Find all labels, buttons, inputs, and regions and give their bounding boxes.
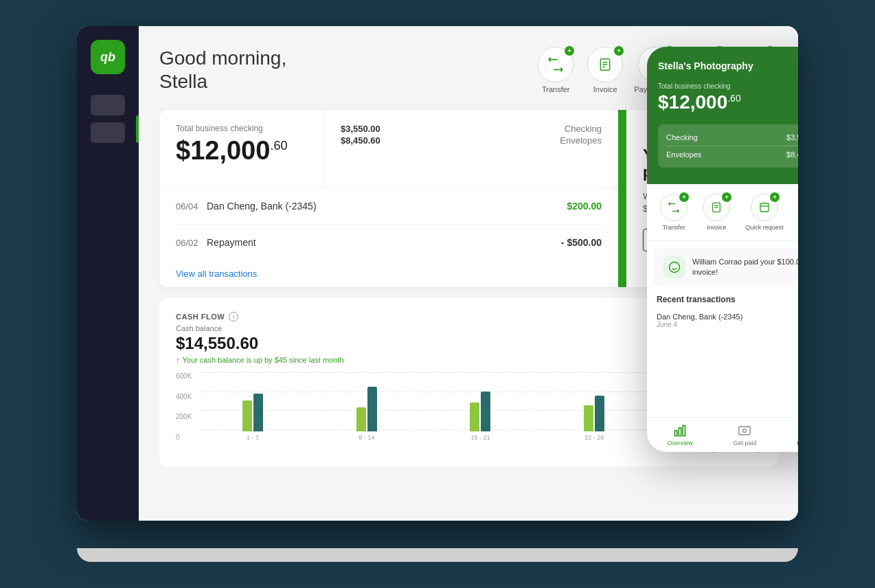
quick-action-transfer[interactable]: + Transfer (535, 47, 576, 93)
mobile-nav-overview-label: Overview (667, 440, 693, 446)
envelopes-amount: $8,450.60 (341, 135, 380, 146)
balance-breakdown: $3,550.00 Checking $8,450.60 Envelopes (341, 124, 602, 146)
mobile-envelopes-row: Envelopes $8,450.60 (666, 148, 798, 161)
mobile-nav-banking-label: Banking (797, 440, 798, 446)
svg-rect-19 (679, 428, 681, 436)
mobile-nav-overview[interactable]: Overview (667, 423, 693, 446)
mobile-envelopes-amount: $8,450.60 (786, 150, 798, 159)
transfer-plus-badge: + (565, 46, 574, 56)
mobile-balance-main: $12,000 (658, 91, 727, 113)
chart-group-1: 1 - 7 (200, 363, 306, 441)
cashflow-info-icon[interactable]: i (229, 312, 238, 321)
right-balance-section: $3,550.00 Checking $8,450.60 Envelopes (324, 110, 618, 188)
balance-main: $12,000 (176, 136, 270, 165)
envelopes-row: $8,450.60 Envelopes (341, 135, 602, 146)
mobile-action-invoice[interactable]: + Invoice (703, 194, 730, 231)
mobile-invoice-icon: + (703, 194, 730, 221)
bar-green-1 (242, 400, 252, 431)
checking-row: $3,550.00 Checking (341, 124, 602, 134)
tx-date-2: 06/02 (176, 238, 207, 248)
mobile-invoice-plus: + (722, 192, 731, 202)
chart-bars-3 (470, 363, 490, 431)
greeting: Good morning, Stella (159, 47, 286, 93)
mobile-action-transfer[interactable]: + Transfer (660, 194, 688, 231)
balance-amount: $12,000.60 (176, 136, 307, 166)
y-400k: 400K (176, 393, 200, 400)
chart-label-1: 1 - 7 (247, 434, 259, 441)
svg-rect-21 (739, 427, 751, 435)
laptop-screen: qb Good morning, Stella (77, 26, 798, 521)
chart-label-2: 8 - 14 (359, 434, 374, 441)
tx-desc-1: Dan Cheng, Bank (-2345) (207, 201, 567, 212)
checking-label: Checking (565, 124, 602, 134)
greeting-name: Stella (159, 71, 207, 92)
mobile-envelopes-label: Envelopes (666, 150, 701, 159)
mobile-notif-text: William Corrao paid your $100.00 invoice… (692, 257, 798, 278)
bar-teal-4 (595, 396, 604, 431)
cashflow-title: CASH FLOW (176, 313, 225, 321)
mobile-notif-icon (663, 256, 685, 278)
chart-group-3: 15 - 21 (428, 363, 534, 441)
mobile-tx-date-1: June 4 (657, 321, 742, 328)
list-item: Dan Cheng, Bank (-2345) June 4 $200.00 (657, 310, 798, 331)
mobile-tx-name-1: Dan Cheng, Bank (-2345) (657, 313, 742, 321)
invoice-label: Invoice (593, 85, 617, 93)
y-600k: 600K (176, 372, 200, 380)
sidebar-nav-item-2[interactable] (91, 122, 125, 143)
mobile-balance: $12,000.60 (658, 91, 798, 113)
invoice-plus-badge: + (614, 46, 624, 56)
greeting-text: Good morning, (159, 47, 286, 69)
svg-rect-20 (683, 426, 685, 436)
quick-action-invoice[interactable]: + Invoice (584, 47, 626, 93)
mobile-device: Stella's Photography Total business chec… (647, 47, 798, 452)
bar-teal-1 (253, 394, 263, 431)
bar-teal-3 (481, 392, 490, 431)
bar-green-4 (584, 405, 593, 431)
checking-amount: $3,550.00 (341, 124, 380, 134)
mobile-quick-request-label: Quick request (745, 224, 784, 231)
mobile-transfer-label: Transfer (662, 224, 685, 231)
bar-green-2 (356, 407, 366, 431)
qb-logo[interactable]: qb (91, 40, 125, 74)
balance-section: Total business checking $12,000.60 (159, 110, 324, 188)
mobile-nav-get-paid[interactable]: Get paid (733, 423, 756, 446)
mobile-transfer-icon: + (660, 194, 688, 221)
balance-cents: .60 (270, 139, 287, 152)
transactions-section: 06/04 Dan Cheng, Bank (-2345) $200.00 06… (159, 188, 618, 287)
svg-rect-12 (760, 203, 769, 212)
mobile-nav-banking[interactable]: Banking (797, 423, 798, 446)
invoice-icon-container: + (587, 47, 623, 82)
mobile-quick-request-plus: + (770, 192, 780, 202)
mobile-header: Stella's Photography Total business chec… (647, 47, 798, 184)
mobile-bottom-nav: Overview Get paid (647, 417, 798, 452)
mobile-nav-get-paid-label: Get paid (733, 440, 756, 446)
chart-group-4: 22 - 28 (541, 363, 647, 441)
mobile-balance-cents: .60 (727, 93, 740, 104)
bar-green-3 (470, 403, 479, 431)
transfer-icon-container: + (538, 47, 573, 82)
y-0: 0 (176, 433, 200, 441)
qb-logo-text: qb (100, 50, 115, 65)
svg-point-22 (743, 429, 747, 433)
mobile-business-name: Stella's Photography (658, 60, 798, 71)
laptop-frame: qb Good morning, Stella (77, 26, 798, 562)
mobile-checking-label: Checking (666, 133, 698, 142)
chart-y-axis: 600K 400K 200K 0 (176, 372, 200, 441)
sidebar-nav-item-1[interactable] (91, 95, 125, 115)
tx-desc-2: Repayment (207, 237, 561, 248)
chart-bars-4 (584, 363, 604, 431)
table-row: 06/04 Dan Cheng, Bank (-2345) $200.00 (176, 188, 602, 225)
mobile-balance-label: Total business checking (658, 82, 798, 90)
mobile-action-quick-request[interactable]: + Quick request (745, 194, 784, 231)
top-cards: Total business checking $12,000.60 $3,55… (159, 110, 618, 188)
chart-label-3: 15 - 21 (470, 434, 490, 441)
tx-date-1: 06/04 (176, 201, 207, 212)
mobile-screen: Stella's Photography Total business chec… (647, 47, 798, 452)
left-panel: Total business checking $12,000.60 $3,55… (159, 110, 618, 287)
table-row: 06/02 Repayment - $500.00 (176, 225, 602, 260)
mobile-invoice-label: Invoice (707, 224, 727, 231)
chart-group-2: 8 - 14 (314, 363, 420, 441)
mobile-quick-actions: + Transfer + Invoice (647, 184, 798, 241)
view-all-transactions-link[interactable]: View all transactions (176, 260, 257, 287)
chart-label-4: 22 - 28 (584, 434, 604, 441)
